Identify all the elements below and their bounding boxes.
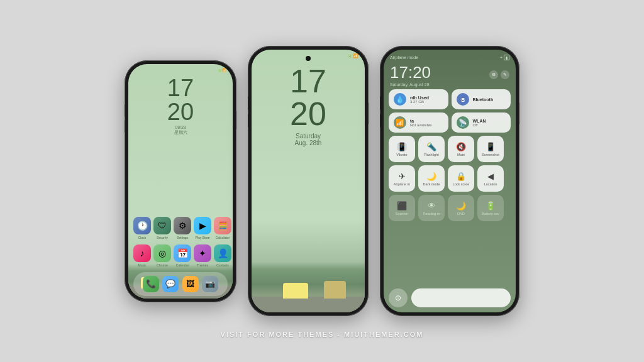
power-btn-left[interactable] [236,111,236,129]
data-value: 3.27 GB [410,100,429,104]
signal-tile[interactable]: 📶 ta Not available [389,112,448,133]
dnd-tile[interactable]: 🌙 DND [448,195,474,221]
dock-sms[interactable]: 💬 [162,276,179,292]
wlan-label: WLAN [473,119,486,123]
lock-icon: 🔒 [456,172,466,181]
data-icon: 💧 [394,93,406,106]
signal-sub: Not available [410,123,432,127]
data-tile[interactable]: 💧 nth Used 3.27 GB [389,89,448,109]
cc-row2: 📶 ta Not available 📡 WLAN Off [389,112,511,133]
app-clock[interactable]: 🕐 Clock [133,217,151,239]
dock-phone[interactable]: 📞 [143,276,159,292]
scanner-label: Scanner [396,212,409,216]
location-tile[interactable]: ◀ Location [477,165,504,192]
mute-tile[interactable]: 🔇 Mute [448,136,474,162]
power-btn-middle[interactable] [368,102,369,124]
cc-time: 17:20 [390,63,431,82]
vol-down-btn-middle[interactable] [248,114,248,128]
scanner-icon: ⬛ [397,201,407,211]
signal-icon: 📶 [394,116,406,129]
phone1-status-bar: 🔋📶 [128,64,233,74]
scanner-tile[interactable]: ⬛ Scanner [389,195,415,221]
dnd-label: DND [457,212,465,216]
cc-header: Airplane mode +▮ [384,50,516,63]
phone1-minute: 20 [128,100,233,124]
clock-icon: 🕐 [133,217,151,234]
app-settings[interactable]: ⚙ Settings [174,217,191,239]
airplane-label: Airplane m [394,182,410,186]
dock-gallery[interactable]: 🖼 [182,276,199,292]
power-btn-right[interactable] [519,102,519,124]
phone-right-screen: Airplane mode +▮ 17:20 Saturday, August … [384,50,516,312]
phones-container: 🔋📶 17 20 08/28 星期六 🕐 Clock [0,0,644,362]
chrome-icon: ◎ [153,244,171,262]
vol-down-btn-left[interactable] [125,120,125,133]
phone1-date: 08/28 星期六 [128,125,233,136]
cc-date: Saturday, August 28 [390,82,431,87]
battery-saver-tile[interactable]: 🔋 Battery sav [477,195,504,221]
screenshot-tile[interactable]: 📱 Screenshot [477,136,504,162]
security-icon: 🛡 [153,217,171,234]
cc-row5: ⬛ Scanner 👁 Reading m 🌙 DND 🔋 [389,195,511,221]
watermark: VISIT FOR MORE THEMES - MIUITHEMER.COM [221,331,424,338]
playstore-icon: ▶ [194,217,211,234]
wlan-sub: Off [473,123,486,127]
battery-indicator: +▮ [500,55,509,60]
vol-up-btn-right[interactable] [380,96,380,110]
vol-up-btn-middle[interactable] [248,96,248,110]
battery-saver-label: Battery sav [482,212,499,216]
phone2-hour: 17 [252,65,365,97]
airplane-icon: ✈ [399,172,406,181]
cc-row3: 📳 Vibrate 🔦 Flashlight 🔇 Mute 📱 [389,136,511,162]
flashlight-tile[interactable]: 🔦 Flashlight [418,136,445,162]
reading-label: Reading m [423,212,440,216]
app-playstore[interactable]: ▶ Play Store [194,217,211,239]
location-label: Location [484,182,497,186]
vibrate-icon: 📳 [397,142,407,151]
clock-label: Clock [138,236,147,239]
cc-edit-icon[interactable]: ✎ [501,70,509,79]
bluetooth-tile[interactable]: ʙ Bluetooth [452,89,511,109]
phone1-dock: 📞 💬 🖼 📷 [133,272,228,296]
vol-up-btn-left[interactable] [125,104,125,117]
phone-left: 🔋📶 17 20 08/28 星期六 🕐 Clock [125,60,236,302]
dnd-icon: 🌙 [456,201,466,211]
home-button[interactable]: ⊙ [389,288,408,307]
wlan-tile[interactable]: 📡 WLAN Off [452,112,511,133]
reading-tile[interactable]: 👁 Reading m [418,195,445,221]
search-bar[interactable] [411,288,511,307]
themes-icon: ✦ [194,244,211,262]
mute-icon: 🔇 [456,142,466,151]
security-label: Security [157,236,168,239]
mute-label: Mute [457,153,465,156]
cc-settings-icon[interactable]: ⚙ [489,70,498,79]
phone-left-screen: 🔋📶 17 20 08/28 星期六 🕐 Clock [128,64,233,299]
app-security[interactable]: 🛡 Security [153,217,171,239]
wifi-icon: 📡 [457,116,469,129]
vol-down-btn-right[interactable] [380,114,380,128]
vibrate-label: Vibrate [396,153,407,156]
vibrate-tile[interactable]: 📳 Vibrate [389,136,415,162]
phone-right: Airplane mode +▮ 17:20 Saturday, August … [380,46,519,316]
bluetooth-icon: ʙ [457,93,469,106]
cc-row1: 💧 nth Used 3.27 GB ʙ [389,89,511,109]
bluetooth-label: Bluetooth [473,97,494,102]
cc-row4: ✈ Airplane m 🌙 Dark mode 🔒 Lock scree [389,165,511,192]
airplane-tile[interactable]: ✈ Airplane m [389,165,415,192]
settings-icon: ⚙ [174,217,191,234]
lockscreen-label: Lock scree [453,182,470,186]
contacts-icon: 👤 [214,244,231,262]
calculator-icon: 🧮 [214,217,231,234]
settings-label: Settings [177,236,188,239]
battery-saver-icon: 🔋 [486,201,496,211]
phone-middle: 🔋📶 17 20 Saturday Aug. 28th [248,46,369,316]
screenshot-icon: 📱 [486,142,496,151]
phone2-wallpaper: 🔋📶 17 20 Saturday Aug. 28th [252,50,365,312]
darkmode-tile[interactable]: 🌙 Dark mode [418,165,445,192]
darkmode-icon: 🌙 [426,172,436,181]
lockscreen-tile[interactable]: 🔒 Lock scree [448,165,474,192]
dock-camera[interactable]: 📷 [202,276,218,292]
location-icon: ◀ [487,172,494,181]
cc-bottom-bar: ⊙ [389,288,511,307]
app-calculator[interactable]: 🧮 Calculator [214,217,231,239]
